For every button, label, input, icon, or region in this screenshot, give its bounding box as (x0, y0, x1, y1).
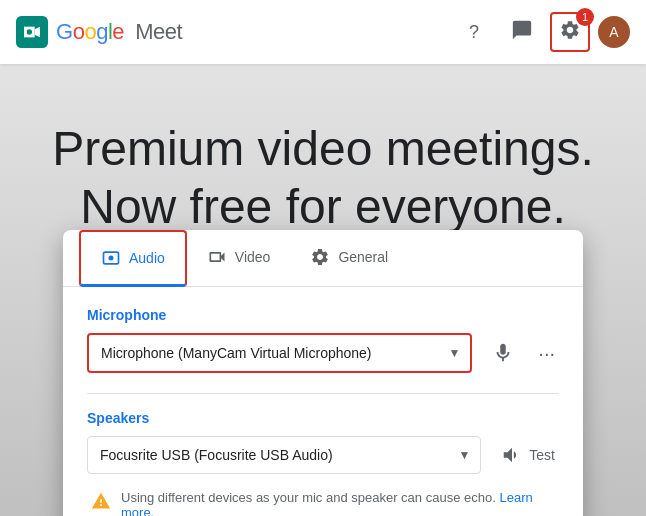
speakers-selected-value: Focusrite USB (Focusrite USB Audio) (100, 447, 333, 463)
warning-text: Using different devices as your mic and … (121, 490, 555, 516)
section-divider (87, 393, 559, 394)
avatar[interactable]: A (598, 16, 630, 48)
app-name: Google Meet (56, 19, 182, 45)
microphone-select-row: Microphone (ManyCam Virtual Microphone) … (87, 333, 559, 373)
settings-badge: 1 (576, 8, 594, 26)
help-icon: ? (469, 22, 479, 43)
speakers-test-button[interactable]: Test (497, 440, 559, 470)
audio-tab-label: Audio (129, 250, 165, 266)
speakers-section-label: Speakers (87, 410, 559, 426)
audio-tab-icon (101, 248, 121, 268)
tab-video[interactable]: Video (187, 230, 291, 287)
microphone-select-box[interactable]: Microphone (ManyCam Virtual Microphone) … (89, 335, 470, 371)
tab-general[interactable]: General (290, 230, 408, 287)
svg-point-1 (27, 29, 32, 34)
test-label: Test (529, 447, 555, 463)
modal-body: Microphone Microphone (ManyCam Virtual M… (63, 287, 583, 516)
general-tab-icon (310, 247, 330, 267)
feedback-icon (511, 19, 533, 46)
topbar-actions: ? 1 A (454, 12, 630, 52)
video-tab-label: Video (235, 249, 271, 265)
microphone-dropdown-arrow: ▼ (448, 346, 460, 360)
microphone-more-button[interactable]: ··· (534, 338, 559, 369)
tab-audio[interactable]: Audio (79, 230, 187, 287)
background-headline: Premium video meetings. Now free for eve… (0, 120, 646, 235)
svg-point-3 (109, 256, 114, 261)
speaker-icon (501, 444, 523, 466)
logo-area: Google Meet (16, 16, 454, 48)
microphone-mute-button[interactable] (488, 338, 518, 368)
tabs-bar: Audio Video General (63, 230, 583, 287)
settings-modal: Audio Video General Microphone (63, 230, 583, 516)
settings-button-container: 1 (550, 12, 590, 52)
speakers-dropdown-arrow: ▼ (458, 448, 470, 462)
warning-row: Using different devices as your mic and … (87, 490, 559, 516)
mic-icon (492, 342, 514, 364)
general-tab-label: General (338, 249, 388, 265)
microphone-selected-value: Microphone (ManyCam Virtual Microphone) (101, 345, 372, 361)
speakers-select-box[interactable]: Focusrite USB (Focusrite USB Audio) ▼ (87, 436, 481, 474)
help-button[interactable]: ? (454, 12, 494, 52)
warning-icon (91, 491, 111, 516)
topbar: Google Meet ? 1 A (0, 0, 646, 64)
microphone-section-label: Microphone (87, 307, 559, 323)
video-tab-icon (207, 247, 227, 267)
headline-text: Premium video meetings. Now free for eve… (0, 120, 646, 235)
speakers-select-wrapper: Focusrite USB (Focusrite USB Audio) ▼ (87, 436, 481, 474)
google-meet-logo-icon (16, 16, 48, 48)
microphone-select-wrapper: Microphone (ManyCam Virtual Microphone) … (87, 333, 472, 373)
speakers-select-row: Focusrite USB (Focusrite USB Audio) ▼ Te… (87, 436, 559, 474)
feedback-button[interactable] (502, 12, 542, 52)
more-dots-icon: ··· (538, 342, 555, 365)
